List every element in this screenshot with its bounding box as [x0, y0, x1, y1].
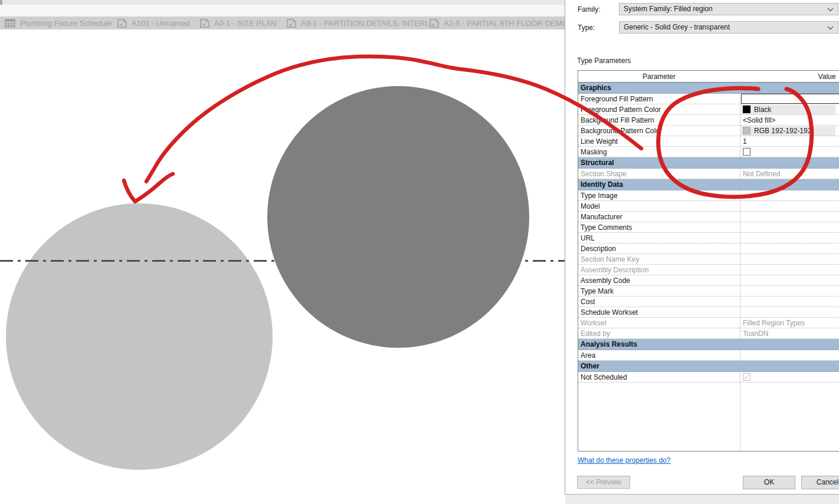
- properties-help-link[interactable]: What do these properties do?: [578, 456, 670, 465]
- schedule-icon: [5, 19, 15, 28]
- annotation-arrowhead: [124, 174, 173, 202]
- row-assembly-description: Assembly Description: [578, 265, 839, 275]
- param-label: Background Pattern Color: [581, 127, 662, 135]
- sheet-icon: [117, 19, 127, 28]
- app-window: Plumbing Fixture Schedule A101 - Unnamed…: [0, 0, 839, 504]
- row-type-image: Type Image: [578, 190, 839, 201]
- type-label: Type:: [578, 24, 616, 32]
- filled-region-light-grey-transparent[interactable]: [6, 203, 273, 470]
- row-section-name-key: Section Name Key: [578, 254, 839, 265]
- ok-button[interactable]: OK: [743, 476, 795, 489]
- tab-plumbing-fixture-schedule[interactable]: Plumbing Fixture Schedule: [5, 17, 112, 29]
- param-label: Edited by: [581, 330, 610, 338]
- not-scheduled-checkbox: ✓: [743, 373, 750, 381]
- param-label: Background Fill Pattern: [581, 116, 654, 124]
- row-not-scheduled: Not Scheduled ✓: [578, 372, 839, 383]
- cancel-button[interactable]: Cancel: [801, 476, 839, 489]
- type-properties-dialog: Family: System Family: Filled region Typ…: [565, 0, 839, 495]
- param-label: Type Mark: [581, 287, 614, 295]
- row-type-comments: Type Comments: [578, 222, 839, 233]
- tab-a2-8-partial-8th-floor[interactable]: A2-8 - PARTIAL 8TH FLOOR DEMOL...: [429, 17, 579, 29]
- param-label: Workset: [581, 319, 607, 327]
- row-background-fill-pattern: Background Fill Pattern <Solid fill>: [578, 115, 839, 126]
- section-header-structural: Structural: [578, 157, 839, 169]
- sheet-icon: [429, 19, 439, 28]
- param-label: Model: [581, 202, 600, 210]
- param-label: Type Image: [581, 192, 618, 200]
- filled-region-dark-grey-opaque[interactable]: [267, 86, 529, 348]
- row-cost: Cost: [578, 297, 839, 307]
- foreground-fill-pattern-input[interactable]: [741, 94, 839, 104]
- sheet-icon: [199, 19, 209, 28]
- row-foreground-pattern-color: Foreground Pattern Color Black: [578, 104, 839, 115]
- param-label: Section Name Key: [581, 255, 639, 263]
- param-label: Section Shape: [581, 170, 627, 178]
- param-value: Not Defined: [743, 170, 780, 178]
- value-column-header: Value: [740, 73, 839, 81]
- preview-button: << Preview: [577, 476, 630, 489]
- row-model: Model: [578, 201, 839, 212]
- row-background-pattern-color: Background Pattern Color RGB 192-192-192: [578, 126, 839, 136]
- row-url: URL: [578, 233, 839, 243]
- parameter-column-header: Parameter: [578, 73, 740, 81]
- param-label: Description: [581, 245, 616, 253]
- param-label: Manufacturer: [581, 213, 622, 221]
- family-label: Family:: [578, 5, 616, 14]
- tab-label: A9-1 - PARTITION DETAILS, INTERI...: [301, 19, 434, 28]
- param-value: Filled Region Types: [743, 319, 805, 327]
- family-dropdown-value: System Family: Filled region: [624, 5, 713, 13]
- section-header-identity-data: Identity Data: [578, 179, 839, 190]
- row-schedule-workset: Schedule Workset: [578, 307, 839, 318]
- row-area: Area: [578, 350, 839, 361]
- param-label: Cost: [581, 298, 595, 306]
- row-type-mark: Type Mark: [578, 286, 839, 297]
- param-label: Type Comments: [581, 223, 632, 232]
- table-header-row: Parameter Value: [578, 71, 839, 83]
- type-dropdown-value: Generic - Solid Grey - transparent: [624, 23, 730, 31]
- tab-a0-1-site-plan[interactable]: A0-1 - SITE PLAN: [199, 17, 276, 29]
- sheet-icon: [286, 19, 296, 28]
- color-value-button[interactable]: RGB 192-192-192: [741, 126, 835, 136]
- param-label: Not Scheduled: [581, 373, 627, 381]
- param-value[interactable]: 1: [743, 137, 747, 146]
- tab-a9-1-partition-details[interactable]: A9-1 - PARTITION DETAILS, INTERI...: [286, 17, 434, 29]
- row-edited-by: Edited by ToanDN: [578, 328, 839, 339]
- black-color-swatch: [743, 106, 750, 113]
- chevron-down-icon: [827, 26, 834, 30]
- row-assembly-code: Assembly Code: [578, 275, 839, 286]
- family-dropdown[interactable]: System Family: Filled region: [619, 3, 838, 15]
- type-parameters-label: Type Parameters: [577, 57, 631, 65]
- tab-label: A2-8 - PARTIAL 8TH FLOOR DEMOL...: [444, 19, 579, 28]
- row-workset: Workset Filled Region Types: [578, 318, 839, 328]
- param-label: Foreground Fill Pattern: [581, 95, 653, 103]
- row-description: Description: [578, 243, 839, 254]
- row-manufacturer: Manufacturer: [578, 212, 839, 222]
- color-value-button[interactable]: Black: [741, 105, 835, 114]
- param-label: Area: [581, 351, 595, 360]
- tab-label: A101 - Unnamed: [132, 19, 189, 28]
- param-label: URL: [581, 234, 595, 242]
- type-dropdown[interactable]: Generic - Solid Grey - transparent: [619, 21, 838, 34]
- row-line-weight: Line Weight 1: [578, 136, 839, 147]
- tab-label: A0-1 - SITE PLAN: [214, 19, 276, 28]
- grey-color-swatch: [743, 127, 750, 134]
- section-header-analysis-results: Analysis Results: [578, 339, 839, 350]
- row-section-shape: Section Shape Not Defined: [578, 169, 839, 179]
- param-label: Masking: [581, 148, 607, 156]
- row-masking: Masking: [578, 147, 839, 157]
- tab-label: Plumbing Fixture Schedule: [20, 19, 112, 28]
- param-label: Assembly Code: [581, 276, 630, 285]
- param-label: Foreground Pattern Color: [581, 106, 661, 114]
- window-background-strip: [565, 495, 839, 504]
- chevron-down-icon: [827, 8, 834, 12]
- section-header-other: Other: [578, 361, 839, 372]
- section-header-graphics: Graphics: [578, 83, 839, 94]
- corner-artifact: [0, 0, 2, 5]
- masking-checkbox[interactable]: [743, 148, 750, 156]
- param-label: Line Weight: [581, 137, 618, 146]
- param-label: Schedule Workset: [581, 308, 638, 317]
- param-label: Assembly Description: [581, 266, 648, 274]
- type-parameters-table: Parameter Value Graphics Foreground Fill…: [578, 70, 839, 452]
- param-value[interactable]: <Solid fill>: [743, 116, 775, 124]
- tab-a101-unnamed[interactable]: A101 - Unnamed: [117, 17, 189, 29]
